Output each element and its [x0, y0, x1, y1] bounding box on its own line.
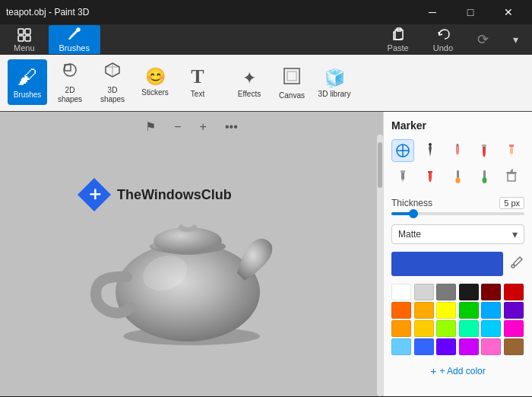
ribbon-text-label: Text — [191, 90, 204, 99]
swatch-gray[interactable] — [436, 284, 456, 300]
swatch-indigo[interactable] — [436, 338, 456, 355]
swatch-hotpink[interactable] — [504, 320, 524, 337]
ribbon-3dshapes-label: 3D shapes — [96, 86, 129, 104]
paste-button[interactable]: Paste — [377, 25, 420, 54]
ribbon-row2: ✦ Effects Canvas 🧊 3D library — [230, 61, 354, 106]
swatch-amber[interactable] — [414, 302, 434, 319]
slider-track — [391, 212, 524, 215]
swatch-lightorange[interactable] — [391, 320, 411, 337]
title-bar-title: teapot.obj - Paint 3D — [6, 7, 89, 17]
swatch-lightyellow[interactable] — [414, 320, 434, 337]
maximize-button[interactable]: □ — [453, 0, 488, 24]
brush-icon-pencil2[interactable] — [391, 165, 414, 188]
material-label: Matte — [398, 229, 421, 240]
tab-menu[interactable]: Menu — [3, 25, 46, 54]
ribbon-item-stickers[interactable]: 😊 Stickers — [135, 59, 175, 105]
more-canvas-button[interactable]: ••• — [220, 119, 242, 135]
plus-icon: + — [430, 365, 436, 377]
ribbon-item-3dlibrary[interactable]: 🧊 3D library — [315, 61, 354, 106]
svg-rect-23 — [457, 144, 458, 146]
zoom-in-button[interactable]: + — [195, 119, 211, 135]
svg-point-16 — [182, 220, 194, 227]
undo-button[interactable]: Undo — [423, 25, 464, 54]
svg-rect-2 — [18, 36, 24, 41]
more-options-button[interactable]: ▾ — [502, 25, 529, 54]
ribbon-item-3dshapes[interactable]: 3D shapes — [93, 59, 132, 105]
swatch-green[interactable] — [459, 302, 479, 319]
zoom-out-button[interactable]: − — [169, 119, 185, 135]
svg-rect-10 — [287, 71, 296, 81]
swatch-purple[interactable] — [504, 302, 524, 319]
tab-menu-label: Menu — [14, 43, 35, 52]
brush-icon-bucket[interactable] — [500, 165, 523, 188]
swatch-teal[interactable] — [459, 320, 479, 337]
ribbon-top: Menu Brushes Paste Undo ⟳ — [0, 24, 532, 55]
swatch-lightgray[interactable] — [414, 284, 434, 300]
ribbon-canvas-label: Canvas — [279, 91, 305, 100]
swatch-darkred[interactable] — [481, 284, 501, 300]
vertical-scrollbar[interactable] — [377, 135, 383, 396]
swatch-white[interactable] — [391, 284, 411, 300]
title-bar-controls: ─ □ ✕ — [415, 0, 526, 24]
brush-icon-crayon[interactable] — [419, 165, 442, 188]
slider-thumb[interactable] — [409, 209, 418, 218]
swatch-orange[interactable] — [391, 302, 411, 319]
thickness-slider[interactable] — [391, 212, 524, 215]
ribbon-3dlibrary-label: 3D library — [318, 90, 351, 99]
svg-rect-0 — [18, 29, 24, 34]
thickness-label: Thickness — [391, 198, 432, 208]
svg-rect-31 — [428, 171, 432, 173]
ribbon-2dshapes-label: 2D shapes — [53, 86, 87, 104]
swatch-yellow[interactable] — [436, 302, 456, 319]
svg-rect-27 — [509, 145, 514, 147]
swatch-royalblue[interactable] — [414, 338, 434, 355]
swatch-red[interactable] — [504, 284, 524, 300]
canvas-area[interactable]: ⚑ − + ••• — [0, 112, 383, 396]
swatch-lime[interactable] — [436, 320, 456, 337]
brush-icon-marker[interactable] — [473, 139, 496, 162]
brush-icon-pen[interactable] — [419, 139, 442, 162]
eyedropper-button[interactable] — [509, 255, 524, 274]
tab-brushes-label: Brushes — [59, 43, 90, 52]
swatch-black[interactable] — [459, 284, 479, 300]
svg-point-12 — [116, 243, 260, 341]
svg-rect-34 — [483, 170, 486, 178]
close-button[interactable]: ✕ — [491, 0, 526, 24]
watermark-logo: ✕ — [78, 178, 111, 211]
ribbon-content: 🖌 Brushes 2D shapes 3D shapes 😊 Stickers — [0, 55, 532, 111]
title-bar: teapot.obj - Paint 3D ─ □ ✕ — [0, 0, 532, 24]
brush-icon-brush1[interactable] — [446, 139, 469, 162]
svg-rect-1 — [25, 29, 30, 34]
svg-point-36 — [511, 265, 515, 268]
ribbon-item-canvas[interactable]: Canvas — [272, 61, 312, 106]
svg-point-7 — [64, 64, 76, 76]
redo-button[interactable]: ⟳ — [467, 25, 499, 54]
scrollbar-thumb[interactable] — [378, 142, 382, 188]
swatch-brown[interactable] — [504, 338, 524, 355]
add-color-button[interactable]: + + Add color — [391, 361, 524, 381]
svg-rect-25 — [482, 145, 486, 147]
flag-button[interactable]: ⚑ — [141, 118, 160, 135]
brush-icon-pencil1[interactable] — [500, 139, 523, 162]
color-swatches — [391, 284, 524, 355]
minimize-button[interactable]: ─ — [415, 0, 450, 24]
ribbon-item-text[interactable]: T Text — [178, 59, 217, 105]
main-area: ⚑ − + ••• — [0, 112, 532, 396]
brush-icon-pen2[interactable] — [473, 165, 496, 188]
swatch-lightblue[interactable] — [391, 338, 411, 355]
swatch-blue[interactable] — [481, 302, 501, 319]
ribbon-item-2dshapes[interactable]: 2D shapes — [50, 59, 90, 105]
undo-label: Undo — [433, 43, 453, 52]
tab-brushes[interactable]: Brushes — [49, 25, 100, 54]
svg-rect-3 — [25, 36, 30, 41]
swatch-violet[interactable] — [459, 338, 479, 355]
swatch-pink[interactable] — [481, 338, 501, 355]
ribbon-item-brushes[interactable]: 🖌 Brushes — [8, 59, 47, 105]
swatch-skyblue[interactable] — [481, 320, 501, 337]
brush-icon-compass[interactable] — [391, 139, 414, 162]
material-dropdown[interactable]: Matte ▾ — [391, 224, 524, 244]
brush-icon-brush2[interactable] — [446, 165, 469, 188]
ribbon-item-effects[interactable]: ✦ Effects — [230, 61, 269, 106]
color-preview-box[interactable] — [391, 252, 503, 276]
svg-rect-29 — [401, 170, 405, 173]
